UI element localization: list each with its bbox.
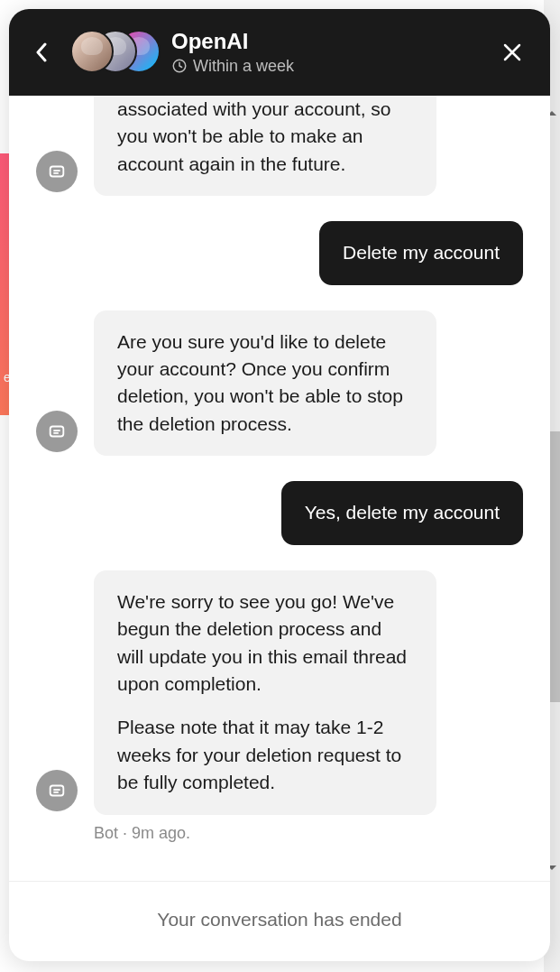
message-row-bot: associated with your account, so you won…: [36, 96, 523, 196]
close-button[interactable]: [496, 36, 528, 69]
chevron-left-icon: [35, 42, 48, 62]
close-icon: [502, 42, 522, 62]
message-row-bot: Are you sure you'd like to delete your a…: [36, 310, 523, 457]
chat-window: OpenAI Within a week: [9, 9, 550, 961]
support-avatars: [70, 30, 159, 75]
message-row-bot: We're sorry to see you go! We've begun t…: [36, 570, 523, 815]
message-meta: Bot · 9m ago.: [94, 824, 523, 843]
back-button[interactable]: [25, 36, 58, 69]
message-row-user: Delete my account: [36, 221, 523, 284]
bot-message-bubble: Are you sure you'd like to delete your a…: [94, 310, 436, 457]
bot-icon: [47, 421, 67, 441]
avatar: [70, 30, 114, 73]
header-text: OpenAI Within a week: [171, 29, 483, 76]
response-time-label: Within a week: [193, 57, 294, 76]
message-text: Are you sure you'd like to delete your a…: [117, 329, 413, 439]
bot-avatar: [36, 151, 78, 192]
bot-message-bubble: associated with your account, so you won…: [94, 96, 436, 196]
user-message-bubble: Yes, delete my account: [281, 481, 523, 544]
message-text: Please note that it may take 1-2 weeks f…: [117, 714, 413, 796]
message-text: We're sorry to see you go! We've begun t…: [117, 588, 413, 699]
message-text: Yes, delete my account: [305, 499, 500, 526]
conversation-ended-footer: Your conversation has ended: [9, 881, 550, 961]
bot-avatar: [36, 770, 78, 811]
bot-icon: [47, 162, 67, 181]
bot-message-bubble: We're sorry to see you go! We've begun t…: [94, 570, 436, 815]
chat-title: OpenAI: [171, 29, 483, 55]
message-text: associated with your account, so you won…: [117, 96, 413, 178]
footer-text: Your conversation has ended: [157, 909, 401, 930]
chat-header: OpenAI Within a week: [9, 9, 550, 96]
bot-icon: [47, 781, 67, 801]
clock-icon: [171, 58, 188, 74]
bot-avatar: [36, 411, 78, 452]
messages-pane[interactable]: associated with your account, so you won…: [9, 96, 550, 881]
user-message-bubble: Delete my account: [319, 221, 523, 284]
chat-subtitle: Within a week: [171, 57, 483, 76]
message-text: Delete my account: [343, 239, 500, 266]
message-row-user: Yes, delete my account: [36, 481, 523, 544]
